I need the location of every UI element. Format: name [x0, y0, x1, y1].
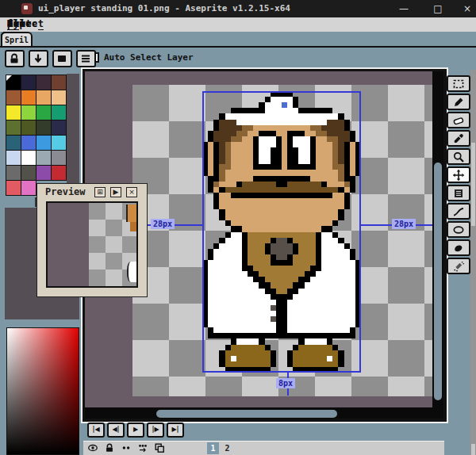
palette-swatch[interactable] [21, 151, 36, 165]
palette-swatch[interactable] [36, 90, 51, 105]
preview-sprite-fragment [127, 262, 136, 282]
curve-icon [452, 205, 465, 218]
palette-swatch[interactable] [52, 120, 66, 135]
titlebar[interactable]: ui_player standing 01.png - Aseprite v1.… [0, 0, 476, 17]
palette-swatch[interactable] [21, 90, 36, 105]
tool-ellipse[interactable] [447, 221, 470, 238]
window-edge-scrollbar[interactable] [470, 70, 476, 455]
eraser-icon [452, 114, 465, 127]
timeline-onion-skin-toggle[interactable] [137, 442, 149, 453]
palette-swatch[interactable] [21, 166, 36, 180]
selection-rectangle [202, 91, 361, 373]
frame-cell-1[interactable]: 1 [207, 442, 219, 454]
auto-select-label[interactable]: Auto Select Layer [104, 52, 194, 63]
layer-button[interactable] [52, 50, 72, 67]
palette-swatch[interactable] [21, 136, 36, 150]
timeline-lock-toggle[interactable] [104, 442, 116, 453]
preview-close-button[interactable]: × [126, 187, 137, 197]
tool-zoom[interactable] [447, 148, 470, 165]
horizontal-scrollbar-thumb[interactable] [156, 410, 337, 418]
slice-label-right: 28px [392, 219, 416, 229]
preview-title: Preview [45, 186, 86, 197]
palette-swatch[interactable] [21, 75, 36, 90]
preview-window[interactable]: Preview ⊞▶× [36, 183, 148, 297]
tool-curve[interactable] [447, 203, 470, 220]
palette-swatch[interactable] [21, 105, 36, 120]
rectangular-marquee-icon [452, 78, 465, 90]
palette-swatch[interactable] [36, 166, 51, 180]
palette-swatch[interactable] [36, 75, 51, 90]
slice-icon [452, 187, 465, 200]
window-title: ui_player standing 01.png - Aseprite v1.… [38, 3, 290, 13]
palette-swatch[interactable] [36, 151, 51, 165]
tool-rectangular-marquee[interactable] [447, 75, 470, 92]
palette-swatch[interactable] [52, 166, 66, 180]
palette-swatch[interactable] [6, 120, 21, 135]
palette-swatch[interactable] [6, 105, 21, 120]
aseprite-app-icon [21, 3, 33, 14]
frames-icon [154, 442, 165, 453]
tool-move[interactable] [447, 166, 470, 183]
aseprite-window: ui_player standing 01.png - Aseprite v1.… [0, 0, 476, 455]
preview-play-button[interactable]: ▶ [110, 187, 121, 197]
close-button[interactable]: × [455, 0, 476, 17]
spray-icon [452, 260, 465, 273]
tool-contour[interactable] [447, 239, 470, 256]
menu-help[interactable]: Help [7, 18, 25, 29]
tab-bar: ⌂Hui_sui×ui_rui_rSpriSpripreiui_gui_gSpr… [0, 32, 476, 48]
edge-scrollbar-thumb[interactable] [471, 143, 475, 226]
first-frame-button[interactable]: |◀ [87, 422, 105, 438]
maximize-button[interactable]: □ [426, 0, 450, 17]
last-frame-button[interactable]: ▶| [167, 422, 184, 438]
palette-swatch[interactable] [21, 120, 36, 135]
preview-sprite-fragment [126, 205, 136, 222]
onion-skin-icon [137, 442, 148, 453]
lock-icon [8, 52, 21, 65]
arrow-down-button[interactable] [29, 50, 48, 67]
frame-cell-2[interactable]: 2 [221, 442, 233, 454]
move-icon [452, 169, 465, 182]
tool-spray[interactable] [447, 258, 470, 274]
minimize-button[interactable]: — [392, 0, 416, 17]
layer-icon [56, 52, 68, 65]
pencil-icon [452, 96, 465, 109]
preview-center-view-button[interactable]: ⊞ [94, 187, 106, 197]
selected-color-marker [6, 75, 12, 81]
palette-swatch[interactable] [36, 136, 51, 150]
palette-swatch[interactable] [52, 151, 66, 165]
prev-frame-button[interactable]: ◀| [107, 422, 125, 438]
tool-slice[interactable] [447, 185, 470, 201]
edge-scrollbar-thumb[interactable] [471, 444, 475, 455]
palette-swatch[interactable] [6, 181, 21, 195]
palette-swatch[interactable] [6, 90, 21, 105]
palette-swatch[interactable] [6, 166, 21, 180]
color-gradient-picker[interactable] [6, 327, 79, 455]
menu-button[interactable] [76, 50, 96, 67]
ellipse-icon [452, 224, 465, 236]
palette-swatch[interactable] [6, 75, 21, 90]
palette-swatch[interactable] [21, 181, 36, 195]
next-frame-button[interactable]: |▶ [147, 422, 164, 438]
timeline-frames-toggle[interactable] [154, 442, 166, 453]
tab-Spril[interactable]: Spril [1, 32, 33, 47]
play-animation-button[interactable]: ▶ [127, 422, 144, 438]
vertical-scrollbar-thumb[interactable] [434, 162, 442, 400]
palette-swatch[interactable] [6, 151, 21, 165]
tool-pencil[interactable] [447, 94, 470, 110]
tool-eraser[interactable] [447, 112, 470, 128]
palette-swatch[interactable] [6, 136, 21, 150]
tool-eyedropper[interactable] [447, 130, 470, 147]
palette-swatch[interactable] [52, 90, 66, 105]
palette-swatch[interactable] [52, 105, 66, 120]
menu-icon [79, 52, 92, 65]
palette-swatch[interactable] [36, 120, 51, 135]
palette-swatch[interactable] [36, 105, 51, 120]
palette-swatch[interactable] [52, 136, 66, 150]
lock-button[interactable] [5, 50, 25, 67]
timeline-eye-toggle[interactable] [87, 442, 99, 453]
cels-icon [121, 442, 132, 453]
eye-icon [87, 442, 98, 453]
timeline-cels-toggle[interactable] [121, 442, 132, 453]
palette-swatch[interactable] [52, 75, 66, 90]
eyedropper-icon [452, 132, 465, 145]
